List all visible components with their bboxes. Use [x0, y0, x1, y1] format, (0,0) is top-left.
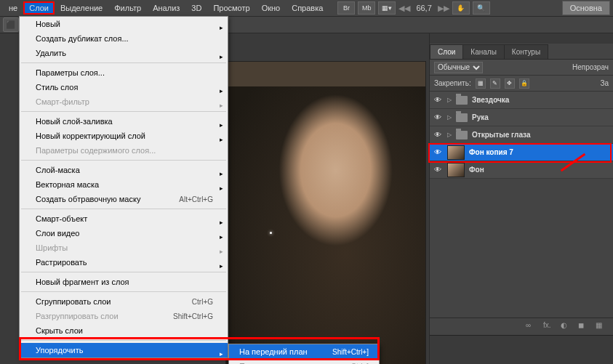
- panel-tabs: Слои Каналы Контуры: [430, 44, 613, 60]
- menu-item-help[interactable]: Справка: [286, 1, 329, 15]
- image-content: [226, 86, 425, 364]
- menu-item[interactable]: Скрыть слои: [20, 323, 228, 338]
- menu-item-3d[interactable]: 3D: [185, 1, 207, 15]
- arrange-submenu: На передний планShift+Ctrl+]Переложить в…: [228, 344, 380, 364]
- layer-row[interactable]: 👁Фон копия 7: [430, 144, 613, 161]
- tab-layers[interactable]: Слои: [430, 44, 463, 59]
- group-icon[interactable]: ▦: [596, 321, 607, 331]
- screen-mode-button[interactable]: ▦▾: [378, 1, 396, 15]
- layer-row[interactable]: 👁▷Открытые глаза: [430, 126, 613, 144]
- menu-item[interactable]: Сгруппировать слоиCtrl+G: [20, 294, 228, 309]
- lock-all-icon[interactable]: 🔒: [519, 78, 529, 89]
- document-window[interactable]: [225, 61, 426, 364]
- layer-name[interactable]: Фон: [469, 166, 484, 174]
- adjustment-icon[interactable]: ◼: [578, 321, 590, 331]
- submenu-item: Переложить впередCtrl+]: [229, 359, 379, 364]
- layer-thumbnail[interactable]: [447, 163, 465, 177]
- lock-move-icon[interactable]: ✥: [505, 78, 515, 89]
- menu-item[interactable]: Упорядочить: [20, 343, 228, 357]
- workspace-button[interactable]: Основна: [562, 1, 610, 15]
- menu-item-window[interactable]: Окно: [256, 1, 287, 15]
- menu-item: Параметры содержимого слоя...: [20, 143, 228, 158]
- layer-name[interactable]: Звездочка: [472, 96, 509, 104]
- fx-icon[interactable]: fx.: [543, 321, 555, 331]
- link-layers-icon[interactable]: ∞: [526, 321, 537, 331]
- menu-item[interactable]: Слой-маска: [20, 163, 228, 177]
- menu-item-layers[interactable]: Слои: [23, 1, 55, 15]
- menu-item-filter[interactable]: Фильтр: [108, 1, 147, 15]
- blend-mode-row: Обычные Непрозрач: [430, 60, 613, 76]
- menu-item[interactable]: Растрировать: [20, 255, 228, 270]
- hand-tool-button[interactable]: ✋: [452, 1, 470, 15]
- zoom-right-icon[interactable]: ▶▶: [438, 4, 449, 13]
- mask-icon[interactable]: ◐: [561, 321, 572, 331]
- menu-item: Шрифты: [20, 240, 228, 255]
- menu-item[interactable]: Новый слой-заливка: [20, 114, 228, 129]
- visibility-icon[interactable]: 👁: [433, 147, 443, 158]
- visibility-icon[interactable]: 👁: [433, 165, 443, 175]
- layer-name[interactable]: Фон копия 7: [469, 148, 513, 156]
- menu-item: Смарт-фильтр: [20, 94, 228, 109]
- menu-item[interactable]: Создать дубликат слоя...: [20, 31, 228, 46]
- tab-channels[interactable]: Каналы: [462, 44, 505, 59]
- folder-icon: [456, 113, 468, 122]
- menu-item-select[interactable]: Выделение: [55, 1, 108, 15]
- bottom-strip: [430, 335, 613, 364]
- opacity-label: Непрозрач: [572, 63, 609, 71]
- minibridge-button[interactable]: Mb: [358, 1, 375, 15]
- layer-row[interactable]: 👁▷Звездочка: [430, 92, 613, 109]
- submenu-item[interactable]: На передний планShift+Ctrl+]: [229, 344, 379, 359]
- menu-item[interactable]: Параметры слоя...: [20, 65, 228, 80]
- zoom-tool-button[interactable]: 🔍: [473, 1, 490, 15]
- folder-icon: [456, 131, 468, 139]
- layer-thumbnail[interactable]: [447, 145, 465, 160]
- lock-brush-icon[interactable]: ✎: [490, 78, 500, 89]
- tab-paths[interactable]: Контуры: [504, 44, 548, 59]
- menu-item[interactable]: Новый корректирующий слой: [20, 129, 228, 143]
- lock-transparency-icon[interactable]: ▦: [476, 78, 486, 89]
- menu-item[interactable]: Новый: [20, 17, 228, 31]
- menu-item-view[interactable]: Просмотр: [207, 1, 255, 15]
- layer-name[interactable]: Открытые глаза: [472, 131, 530, 139]
- disclosure-icon[interactable]: ▷: [447, 114, 452, 121]
- menu-item: Разгруппировать слоиShift+Ctrl+G: [20, 309, 228, 323]
- menu-item[interactable]: Стиль слоя: [20, 80, 228, 94]
- menu-item[interactable]: Смарт-объект: [20, 211, 228, 226]
- disclosure-icon[interactable]: ▷: [447, 97, 452, 103]
- zoom-left-icon[interactable]: ◀◀: [398, 4, 410, 13]
- lock-label: Закрепить:: [434, 79, 471, 87]
- bridge-button[interactable]: Br: [337, 1, 355, 15]
- layers-menu-dropdown: НовыйСоздать дубликат слоя...УдалитьПара…: [19, 16, 228, 358]
- visibility-icon[interactable]: 👁: [433, 130, 443, 140]
- fill-label: За: [600, 79, 609, 87]
- layer-name[interactable]: Рука: [472, 113, 489, 121]
- menu-item[interactable]: Новый фрагмент из слоя: [20, 275, 228, 289]
- menu-item-cut[interactable]: не: [3, 1, 23, 15]
- panels-column: Слои Каналы Контуры Обычные Непрозрач За…: [429, 33, 613, 364]
- layer-row[interactable]: 👁Фон: [430, 161, 613, 179]
- visibility-icon[interactable]: 👁: [433, 95, 443, 105]
- menu-item[interactable]: Удалить: [20, 46, 228, 60]
- layer-row[interactable]: 👁▷Рука: [430, 109, 613, 126]
- zoom-value[interactable]: 66,7: [416, 4, 431, 12]
- disclosure-icon[interactable]: ▷: [447, 132, 452, 138]
- blend-mode-select[interactable]: Обычные: [434, 62, 483, 73]
- menu-item[interactable]: Векторная маска: [20, 177, 228, 192]
- option-icon-1[interactable]: ⬛: [3, 17, 19, 32]
- menu-item[interactable]: Создать обтравочную маскуAlt+Ctrl+G: [20, 192, 228, 206]
- menu-item-analysis[interactable]: Анализ: [147, 1, 185, 15]
- visibility-icon[interactable]: 👁: [433, 113, 443, 123]
- layers-panel-footer: ∞ fx. ◐ ◼ ▦: [430, 318, 613, 333]
- folder-icon: [456, 96, 468, 105]
- layers-list: 👁▷Звездочка👁▷Рука👁▷Открытые глаза👁Фон ко…: [430, 92, 613, 179]
- menu-item[interactable]: Слои видео: [20, 226, 228, 240]
- lock-row: Закрепить: ▦ ✎ ✥ 🔒 За: [430, 76, 613, 92]
- menu-bar: не Слои Выделение Фильтр Анализ 3D Просм…: [0, 0, 613, 16]
